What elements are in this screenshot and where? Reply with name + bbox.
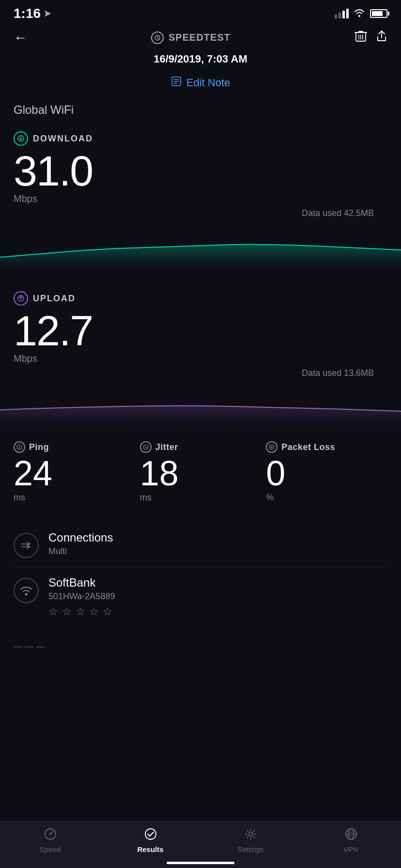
star-5[interactable]: ☆ [103,605,112,618]
provider-name: SoftBank [48,576,387,589]
network-provider-row: SoftBank 501HWa-2A5889 ☆ ☆ ☆ ☆ ☆ [14,567,387,627]
jitter-label: Jitter [155,442,178,452]
network-provider-text: SoftBank 501HWa-2A5889 ☆ ☆ ☆ ☆ ☆ [48,576,387,618]
packet-loss-icon [266,441,278,453]
share-button[interactable] [376,29,387,46]
speed-tab-icon [44,827,57,843]
location-icon: ➤ [44,8,51,19]
connections-value: Multi [48,546,387,557]
wifi-status-icon [354,8,365,19]
star-2[interactable]: ☆ [62,605,72,618]
settings-tab-label: Settings [237,845,263,853]
provider-id: 501HWa-2A5889 [48,591,387,602]
tab-bar: Speed Results Settings [0,821,401,868]
jitter-icon [140,441,152,453]
status-time: 1:16 ➤ [14,6,51,21]
download-label: DOWNLOAD [33,134,93,144]
svg-point-30 [145,829,156,839]
star-4[interactable]: ☆ [89,605,99,618]
network-name: Global WiFi [0,99,401,126]
wifi-provider-icon [14,578,39,603]
rating-stars[interactable]: ☆ ☆ ☆ ☆ ☆ [48,605,387,618]
ping-label: Ping [29,442,49,452]
svg-point-20 [19,448,20,449]
home-indicator [167,862,234,864]
packet-loss-label: Packet Loss [281,442,335,452]
connections-row: Connections Multi [14,522,387,567]
download-value: 31.0 [14,150,387,192]
packet-loss-metric: Packet Loss 0 % [266,441,387,503]
edit-note-icon [171,76,182,90]
settings-tab-icon [244,827,258,843]
results-tab-icon [144,827,157,843]
header: ← SPEEDTEST [0,24,401,51]
connections-title: Connections [48,531,387,544]
ping-metric: Ping 24 ms [14,441,135,503]
upload-label: UPLOAD [33,294,76,304]
ping-value: 24 [14,456,135,491]
tab-vpn[interactable]: VPN [301,827,401,853]
battery-icon [370,9,387,18]
status-icons [335,8,387,19]
jitter-metric: Jitter 18 ms [140,441,262,503]
header-actions [355,29,387,46]
download-unit: Mbps [14,193,387,204]
vpn-tab-label: VPN [343,845,358,853]
upload-data-used: Data used 13.6MB [14,364,387,378]
results-tab-label: Results [137,845,163,853]
edit-note-button[interactable]: Edit Note [0,73,401,99]
speed-tab-label: Speed [40,845,61,853]
speedtest-logo-icon [151,31,164,44]
app-title: SPEEDTEST [151,31,231,44]
vpn-tab-icon [344,827,358,843]
info-section: Connections Multi SoftBank 501HWa-2A5889… [0,512,401,636]
tab-results[interactable]: Results [100,827,200,853]
upload-section: UPLOAD 12.7 Mbps Data used 13.6MB [0,286,401,378]
metrics-row: Ping 24 ms Jitter 18 ms [0,427,401,512]
upload-value: 12.7 [14,310,387,352]
tab-settings[interactable]: Settings [200,827,301,853]
jitter-unit: ms [140,493,262,503]
delete-button[interactable] [355,29,367,46]
star-1[interactable]: ☆ [48,605,58,618]
connections-text: Connections Multi [48,531,387,557]
packet-loss-unit: % [266,493,387,503]
upload-icon [14,291,28,306]
signal-bars [335,9,349,18]
result-date: 16/9/2019, 7:03 AM [0,51,401,73]
status-bar: 1:16 ➤ [0,0,401,24]
download-data-used: Data used 42.5MB [14,204,387,218]
jitter-value: 18 [140,456,262,491]
download-section: DOWNLOAD 31.0 Mbps Data used 42.5MB [0,126,401,218]
edit-note-label: Edit Note [186,77,231,89]
ping-icon [14,441,25,453]
upload-unit: Mbps [14,353,387,364]
connections-icon [14,533,39,558]
partial-section: — — — [0,636,401,656]
ping-unit: ms [14,493,135,503]
back-button[interactable]: ← [14,30,27,46]
star-3[interactable]: ☆ [76,605,85,618]
download-icon [14,131,28,146]
app-name-label: SPEEDTEST [169,32,231,43]
svg-point-27 [25,593,28,596]
svg-point-31 [249,832,253,836]
tab-speed[interactable]: Speed [0,827,100,853]
svg-point-0 [358,15,360,17]
download-chart [0,223,401,267]
svg-point-29 [49,833,51,835]
upload-chart [0,383,401,427]
packet-loss-value: 0 [266,456,387,491]
